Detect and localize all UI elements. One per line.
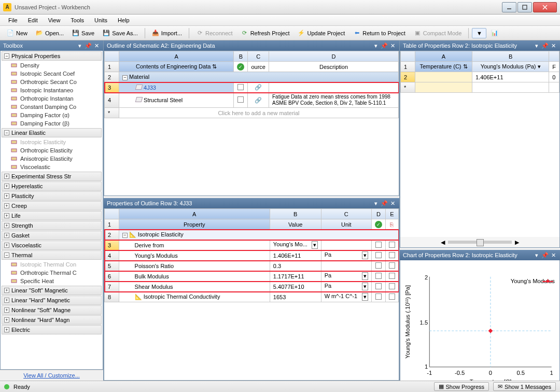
checkbox[interactable] xyxy=(375,242,382,248)
tree-item[interactable]: Isotropic Instantaneo xyxy=(1,86,103,94)
tp-close-icon[interactable]: ✕ xyxy=(550,42,557,49)
checkbox[interactable] xyxy=(389,293,395,300)
tree-group[interactable]: − Linear Elastic xyxy=(2,128,102,137)
prop-unit[interactable] xyxy=(321,261,371,271)
prop-value[interactable]: 1653 xyxy=(270,292,321,302)
return-button[interactable]: ⬅Return to Project xyxy=(349,28,409,38)
checkbox[interactable] xyxy=(375,262,382,269)
expander-icon[interactable]: + xyxy=(4,184,9,189)
dropdown-icon[interactable]: ▾ xyxy=(362,283,368,290)
compact-mode-button[interactable]: ▣Compact Mode xyxy=(410,28,466,38)
menu-tools[interactable]: Tools xyxy=(66,16,88,24)
material-4j33[interactable]: 4J33 xyxy=(144,85,156,91)
tp-pin-icon[interactable]: 📌 xyxy=(541,42,549,49)
tree-item[interactable]: Orthotropic Elasticity xyxy=(1,146,103,155)
save-button[interactable]: 💾Save xyxy=(68,28,98,38)
tree-item[interactable]: Orthotropic Secant Co xyxy=(1,78,103,86)
sort-icon[interactable]: ⇅ xyxy=(212,63,217,69)
col-d[interactable]: D xyxy=(269,51,399,62)
tp-dropdown-icon[interactable]: ▾ xyxy=(533,42,540,49)
new-button[interactable]: 📄New xyxy=(3,28,31,38)
tree-item[interactable]: Density xyxy=(1,61,103,69)
expander-icon[interactable]: − xyxy=(4,130,9,135)
toolbox-dropdown-icon[interactable]: ▾ xyxy=(76,42,83,49)
toolbox-close-icon[interactable]: ✕ xyxy=(93,42,100,49)
expander-icon[interactable]: + xyxy=(4,213,9,218)
checkbox[interactable] xyxy=(237,84,244,90)
add-material-hint[interactable]: Click here to add a new material xyxy=(119,108,399,118)
tree-group[interactable]: + Experimental Stress Str xyxy=(2,172,102,181)
expander-icon[interactable]: + xyxy=(4,327,9,332)
material-steel[interactable]: Structural Steel xyxy=(144,97,183,103)
expander-icon[interactable]: + xyxy=(4,243,9,248)
prop-value[interactable]: 1.406E+11 xyxy=(270,250,321,261)
menu-edit[interactable]: Edit xyxy=(24,16,42,24)
link-icon[interactable]: 🔗 xyxy=(255,97,262,103)
import-button[interactable]: 📥Import... xyxy=(148,28,186,38)
prop-unit[interactable]: Pa ▾ xyxy=(321,250,371,261)
tree-item[interactable]: Isotropic Secant Coef xyxy=(1,69,103,78)
outline-pin-icon[interactable]: 📌 xyxy=(381,42,388,49)
checkbox[interactable] xyxy=(375,283,382,289)
tree-group[interactable]: + Strength xyxy=(2,221,102,230)
tree-group[interactable]: − Physical Properties xyxy=(2,51,102,61)
tree-group[interactable]: − Thermal xyxy=(2,250,102,260)
checkbox[interactable] xyxy=(389,252,395,258)
tree-item[interactable]: Orthotropic Instantan xyxy=(1,94,103,103)
checkbox[interactable] xyxy=(375,293,382,300)
col-b[interactable]: B xyxy=(234,51,248,62)
checkbox[interactable] xyxy=(389,242,395,248)
horizontal-scrollbar[interactable] xyxy=(448,241,512,244)
prop-unit[interactable]: Pa ▾ xyxy=(321,282,371,292)
chart-close-icon[interactable]: ✕ xyxy=(550,251,557,259)
expander-icon[interactable]: + xyxy=(4,203,9,208)
prop-value[interactable]: 0.3 xyxy=(270,261,321,271)
dropdown-icon[interactable]: ▾ xyxy=(362,272,368,280)
col-a[interactable]: A xyxy=(119,51,234,62)
filter-button[interactable]: ▼ xyxy=(472,28,486,38)
tree-item[interactable]: Damping Factor (α) xyxy=(1,111,103,119)
view-all-link[interactable]: View All / Customize... xyxy=(0,370,103,381)
outline-dropdown-icon[interactable]: ▾ xyxy=(372,42,380,49)
open-button[interactable]: 📂Open... xyxy=(32,28,67,38)
checkbox[interactable] xyxy=(389,283,395,289)
copy-icon[interactable]: ⎘ xyxy=(390,221,394,228)
expander-icon[interactable]: − xyxy=(4,53,9,59)
chart-pin-icon[interactable]: 📌 xyxy=(541,251,549,259)
refresh-button[interactable]: ⟳Refresh Project xyxy=(237,28,293,38)
expander-icon[interactable]: + xyxy=(4,174,9,179)
checkbox[interactable] xyxy=(375,273,382,279)
tree-item[interactable]: Viscoelastic xyxy=(1,163,103,171)
checkbox[interactable] xyxy=(375,252,382,258)
props-dropdown-icon[interactable]: ▾ xyxy=(372,200,380,207)
props-pin-icon[interactable]: 📌 xyxy=(381,200,388,207)
prop-unit[interactable] xyxy=(321,240,371,250)
col-c[interactable]: C xyxy=(248,51,269,62)
tree-item[interactable]: Constant Damping Co xyxy=(1,103,103,111)
expander-icon[interactable]: − xyxy=(4,253,9,258)
tree-item[interactable]: Orthotropic Thermal C xyxy=(1,269,103,277)
expander-icon[interactable]: + xyxy=(4,223,9,228)
prop-value[interactable]: 5.4077E+10 xyxy=(270,282,321,292)
expander-icon[interactable]: + xyxy=(4,288,9,293)
tree-item[interactable]: Anisotropic Elasticity xyxy=(1,155,103,163)
chart-dropdown-icon[interactable]: ▾ xyxy=(533,251,540,259)
tree-group[interactable]: + Life xyxy=(2,211,102,220)
outline-close-icon[interactable]: ✕ xyxy=(389,42,396,49)
table-props-grid[interactable]: AB 1Temperature (C) ⇅Young's Modulus (Pa… xyxy=(400,51,559,93)
expander-icon[interactable]: + xyxy=(4,233,9,238)
dropdown-icon[interactable]: ▾ xyxy=(312,241,318,249)
menu-help[interactable]: Help xyxy=(114,16,134,24)
expander-icon[interactable]: + xyxy=(4,317,9,323)
youngmod-cell[interactable]: 1.406E+11 xyxy=(472,72,549,82)
expander-icon[interactable]: + xyxy=(4,298,9,303)
tree-group[interactable]: + Nonlinear "Hard" Magn xyxy=(2,315,102,325)
prop-value[interactable]: 1.1717E+11 xyxy=(270,271,321,282)
tree-item[interactable]: Damping Factor (β) xyxy=(1,119,103,128)
outline-grid[interactable]: A B C D 1 Contents of Engineering Data ⇅… xyxy=(104,51,399,118)
tree-group[interactable]: + Linear "Soft" Magnetic xyxy=(2,286,102,295)
menu-units[interactable]: Units xyxy=(90,16,111,24)
menu-view[interactable]: View xyxy=(44,16,65,24)
toolbox-pin-icon[interactable]: 📌 xyxy=(85,42,92,49)
prop-unit[interactable]: Pa ▾ xyxy=(321,271,371,282)
